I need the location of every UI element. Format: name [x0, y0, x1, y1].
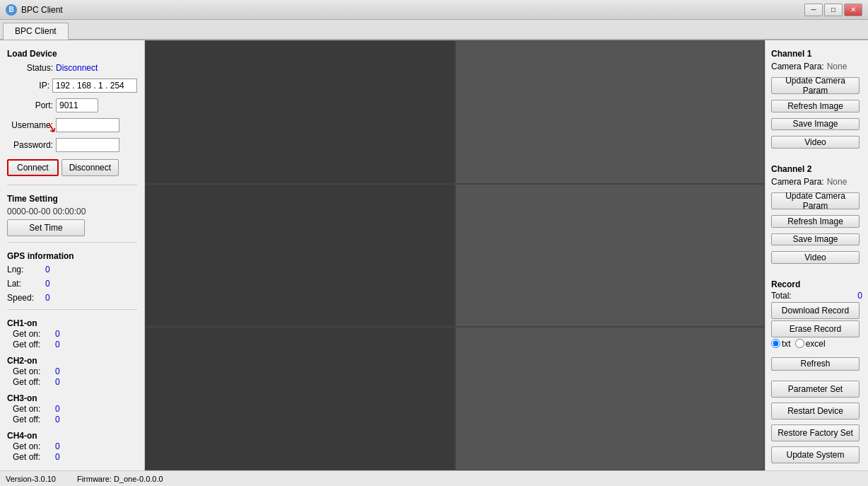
channel1-title: Channel 1 [771, 49, 862, 59]
ch1-update-camera-param-button[interactable]: Update Camera Param [771, 77, 860, 94]
ch1-getoff-row: Get off: 0 [13, 340, 137, 349]
channel2-title: Channel 2 [771, 164, 862, 174]
txt-label: txt [782, 339, 791, 349]
parameter-set-button[interactable]: Parameter Set [771, 381, 860, 398]
ch2-update-camera-param-button[interactable]: Update Camera Param [771, 192, 860, 209]
close-button[interactable]: ✕ [844, 4, 862, 16]
time-display: 0000-00-00 00:00:00 [7, 207, 137, 216]
username-input[interactable] [56, 118, 119, 132]
ch2-para-label: Camera Para: [771, 177, 824, 187]
ch1-video-button[interactable]: Video [771, 136, 860, 149]
ch2-video-button[interactable]: Video [771, 251, 860, 264]
cam-cell-4 [455, 184, 766, 328]
ch1-getoff-label: Get off: [13, 340, 55, 349]
password-input[interactable] [56, 138, 119, 152]
ch2-save-image-button[interactable]: Save Image [771, 233, 860, 246]
port-input[interactable] [56, 98, 98, 112]
lat-row: Lat: 0 [7, 279, 137, 289]
ch4-getoff-label: Get off: [13, 452, 55, 462]
maximize-button[interactable]: □ [824, 4, 843, 16]
ch4-title: CH4-on [7, 431, 137, 441]
txt-radio-label[interactable]: txt [771, 339, 791, 349]
version-label: Version-3.0.10 [6, 475, 56, 483]
ch2-geton-value: 0 [55, 366, 60, 376]
port-label: Port: [7, 100, 53, 110]
ch1-geton-row: Get on: 0 [13, 329, 137, 339]
ip-row: IP: [7, 79, 137, 93]
ch4-geton-value: 0 [55, 441, 60, 451]
total-row: Total: 0 [771, 291, 862, 301]
lng-label: Lng: [7, 265, 42, 274]
restart-device-button[interactable]: Restart Device [771, 403, 860, 420]
tab-bpc-client[interactable]: BPC Client [3, 23, 69, 40]
ip-input[interactable] [52, 79, 137, 93]
erase-record-button[interactable]: Erase Record [771, 320, 860, 337]
ch1-title: CH1-on [7, 318, 137, 328]
record-section: Record Total: 0 Download Record Erase Re… [771, 279, 862, 349]
ch1-para-row: Camera Para: None [771, 62, 862, 71]
speed-row: Speed: 0 [7, 293, 137, 303]
param-section: Parameter Set Restart Device Restore Fac… [771, 379, 862, 465]
cam-cell-1 [145, 40, 455, 184]
ch3-getoff-row: Get off: 0 [13, 415, 137, 424]
tab-bar: BPC Client [0, 20, 868, 40]
ch1-para-label: Camera Para: [771, 62, 824, 71]
format-radio-row: txt excel [771, 339, 862, 349]
excel-radio-label[interactable]: excel [795, 339, 826, 349]
excel-radio[interactable] [795, 339, 804, 348]
update-system-button[interactable]: Update System [771, 446, 860, 463]
ch2-para-row: Camera Para: None [771, 177, 862, 187]
status-row: Status: Disconnect [7, 63, 137, 73]
status-label: Status: [7, 63, 53, 73]
gps-info-title: GPS information [7, 251, 137, 261]
ch2-getoff-row: Get off: 0 [13, 377, 137, 387]
refresh-button[interactable]: Refresh [771, 357, 860, 371]
content-area: Load Device Status: Disconnect IP: Port:… [0, 40, 868, 470]
ch3-section: CH3-on Get on: 0 Get off: 0 [7, 393, 137, 425]
ch4-section: CH4-on Get on: 0 Get off: 0 [7, 431, 137, 463]
set-time-button[interactable]: Set Time [7, 219, 85, 236]
minimize-button[interactable]: ─ [804, 4, 823, 16]
ch2-section: CH2-on Get on: 0 Get off: 0 [7, 356, 137, 388]
main-container: BPC Client Load Device Status: Disconnec… [0, 20, 868, 486]
right-panel: Channel 1 Camera Para: None Update Camer… [766, 40, 868, 470]
ch1-refresh-image-button[interactable]: Refresh Image [771, 100, 860, 112]
time-setting-title: Time Setting [7, 194, 137, 204]
ch3-geton-label: Get on: [13, 404, 55, 414]
ch3-geton-row: Get on: 0 [13, 404, 137, 414]
cam-cell-6 [455, 327, 766, 470]
ch1-geton-value: 0 [55, 329, 60, 339]
restore-factory-button[interactable]: Restore Factory Set [771, 424, 860, 441]
left-panel: Load Device Status: Disconnect IP: Port:… [0, 40, 145, 470]
connect-button[interactable]: Connect [7, 159, 59, 176]
ch2-geton-label: Get on: [13, 366, 55, 376]
speed-label: Speed: [7, 293, 42, 303]
ch1-para-value: None [827, 62, 848, 71]
ch4-geton-row: Get on: 0 [13, 441, 137, 451]
lat-value: 0 [45, 279, 50, 289]
ch2-refresh-image-button[interactable]: Refresh Image [771, 215, 860, 228]
cam-cell-5 [145, 327, 455, 470]
ch4-getoff-value: 0 [55, 452, 60, 462]
ch3-getoff-value: 0 [55, 415, 60, 424]
txt-radio[interactable] [771, 339, 780, 348]
excel-label: excel [806, 339, 826, 349]
download-record-button[interactable]: Download Record [771, 302, 860, 319]
ch4-geton-label: Get on: [13, 441, 55, 451]
ch1-geton-label: Get on: [13, 329, 55, 339]
total-value: 0 [857, 291, 862, 301]
ch2-getoff-value: 0 [55, 377, 60, 387]
ip-label: IP: [7, 81, 49, 91]
lat-label: Lat: [7, 279, 42, 289]
disconnect-button[interactable]: Disconnect [61, 159, 119, 176]
ch1-section: CH1-on Get on: 0 Get off: 0 [7, 318, 137, 350]
password-row: Password: ↘ [7, 138, 137, 152]
lng-value: 0 [45, 265, 50, 274]
ch3-title: CH3-on [7, 393, 137, 403]
ch1-save-image-button[interactable]: Save Image [771, 118, 860, 131]
load-device-title: Load Device [7, 49, 137, 59]
connect-disconnect-row: Connect Disconnect [7, 159, 137, 176]
app-icon: B [6, 4, 17, 16]
cam-cell-2 [455, 40, 766, 184]
ch3-geton-value: 0 [55, 404, 60, 414]
